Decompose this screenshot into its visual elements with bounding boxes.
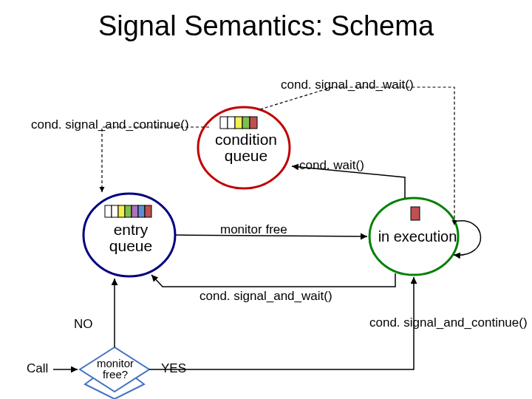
in-execution-item-icon: [411, 207, 420, 220]
label-monitor-free-q-l2: free?: [103, 368, 128, 381]
svg-rect-0: [220, 117, 228, 129]
svg-rect-3: [242, 117, 250, 129]
label-cond-wait: cond. wait(): [299, 159, 364, 172]
diagram-canvas: cond. signal_and_wait() cond. signal_and…: [0, 0, 532, 399]
entry-queue-items-icon: [105, 205, 151, 217]
label-entry-queue-l2: queue: [109, 237, 152, 254]
svg-rect-1: [228, 117, 235, 129]
svg-rect-10: [138, 205, 145, 217]
edge-signal-and-continue-left: [102, 127, 209, 192]
label-signal-and-wait-mid: cond. signal_and_wait(): [200, 290, 332, 303]
label-condition-queue-l2: queue: [225, 147, 267, 164]
label-condition-queue-l1: condition: [215, 131, 277, 148]
svg-rect-4: [250, 117, 257, 129]
svg-rect-7: [118, 205, 125, 217]
edge-signal-and-wait-mid: [151, 273, 395, 287]
label-signal-and-wait-top: cond. signal_and_wait(): [281, 78, 414, 92]
label-signal-and-continue-right: cond. signal_and_continue(): [369, 316, 528, 330]
svg-rect-8: [125, 205, 132, 217]
label-no: NO: [74, 318, 93, 331]
label-in-execution: in execution: [377, 229, 458, 245]
svg-rect-11: [145, 205, 151, 217]
condition-queue-items-icon: [220, 117, 257, 129]
label-call: Call: [27, 362, 48, 375]
svg-rect-9: [132, 205, 138, 217]
svg-rect-5: [105, 205, 112, 217]
label-entry-queue-l1: entry: [114, 221, 149, 238]
label-signal-and-continue-left: cond. signal_and_continue(): [31, 118, 189, 132]
svg-rect-6: [112, 205, 118, 217]
svg-rect-2: [235, 117, 242, 129]
label-yes: YES: [161, 362, 186, 375]
label-monitor-free: monitor free: [220, 223, 287, 236]
